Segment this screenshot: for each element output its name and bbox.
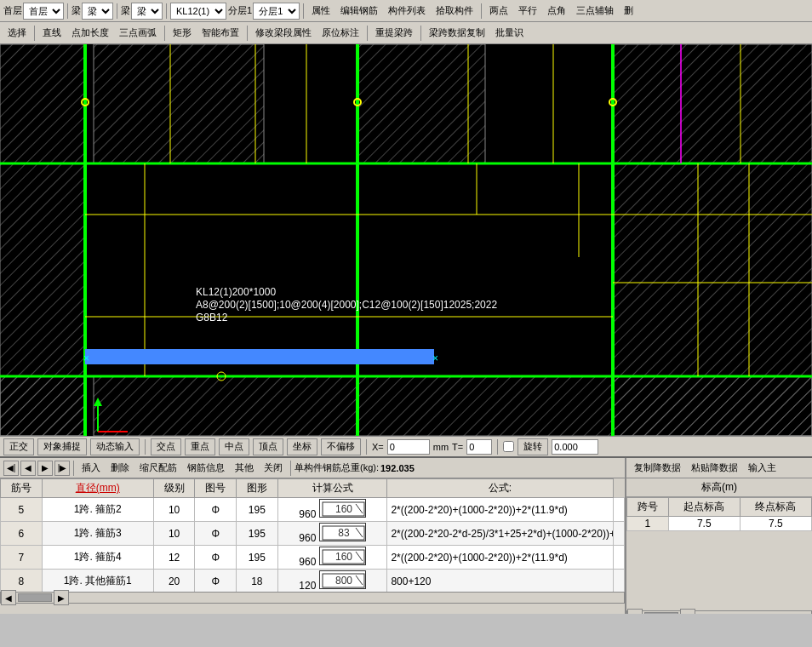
span-scrollbar-thumb[interactable]: [644, 612, 678, 614]
table-row[interactable]: 6 1跨. 箍筋3 10 Φ 195 960 83 2*((200-2*20-2…: [1, 522, 625, 546]
table-row[interactable]: 1 7.5 7.5: [627, 517, 812, 531]
line-button[interactable]: 直线: [38, 25, 66, 42]
svg-rect-3: [94, 44, 264, 163]
col-header-diameter: 直径(mm): [42, 479, 153, 498]
component-label: 梁: [71, 4, 81, 17]
re-carry-button[interactable]: 重提梁跨: [371, 25, 417, 42]
sep1: [67, 3, 68, 19]
unit-label: mm: [433, 442, 449, 452]
type-select[interactable]: 梁: [131, 3, 163, 20]
component-list-button[interactable]: 构件列表: [384, 3, 430, 20]
midpoint-marker-button[interactable]: 重点: [185, 438, 215, 455]
insert-button[interactable]: 插入: [77, 460, 105, 477]
span-table-container[interactable]: 跨号 起点标高 终点标高 1 7.5 7.5: [626, 497, 812, 610]
cell-grade: Φ: [195, 522, 237, 546]
three-point-axis-button[interactable]: 三点辅轴: [572, 3, 618, 20]
rotate-checkbox[interactable]: [503, 441, 514, 452]
layer-dropdown-group: 首层 首层: [3, 3, 64, 20]
span-scroll-left[interactable]: ◀: [627, 609, 643, 614]
scrollbar-thumb[interactable]: [18, 593, 52, 602]
svg-line-50: [356, 504, 363, 513]
parallel-button[interactable]: 平行: [514, 3, 541, 20]
cell-quantity-shape: 960 160: [277, 546, 387, 570]
component-select[interactable]: 梁: [82, 3, 113, 20]
rebar-scrollbar-h[interactable]: ◀ ▶: [0, 592, 625, 604]
point-add-length-button[interactable]: 点加长度: [67, 25, 113, 42]
select-button[interactable]: 选择: [3, 25, 31, 42]
sep4: [303, 3, 304, 19]
span-label: 分层1: [228, 4, 252, 17]
cell-grade: Φ: [195, 498, 237, 522]
smart-layout-button[interactable]: 智能布置: [197, 25, 243, 42]
span-data-copy-button[interactable]: 梁跨数据复制: [425, 25, 489, 42]
svg-rect-4: [357, 44, 485, 163]
main-canvas[interactable]: × × KL12(1)200*1000 A8@200(2)[1500];10@2…: [0, 44, 812, 436]
object-snap-button[interactable]: 对象捕捉: [37, 438, 87, 455]
modify-span-button[interactable]: 修改梁段属性: [251, 25, 316, 42]
next-button[interactable]: ▶: [37, 461, 53, 476]
weight-value: 192.035: [380, 463, 415, 473]
input-main-button[interactable]: 输入主: [744, 460, 781, 477]
original-mark-button[interactable]: 原位标注: [317, 25, 363, 42]
pick-component-button[interactable]: 拾取构件: [432, 3, 477, 20]
two-point-button[interactable]: 两点: [485, 3, 512, 20]
scale-rebar-button[interactable]: 缩尺配筋: [135, 460, 181, 477]
batch-id-button[interactable]: 批量识: [491, 25, 528, 42]
no-move-button[interactable]: 不偏移: [321, 438, 361, 455]
sep9: [367, 26, 368, 41]
rebar-table-container[interactable]: 筋号 直径(mm) 级别 图号 图形 计算公式 公式: 5 1跨. 箍筋2 10…: [0, 478, 625, 592]
rebar-info-button[interactable]: 钢筋信息: [183, 460, 229, 477]
beam-id-group: KL12(1): [170, 3, 226, 20]
dynamic-input-button[interactable]: 动态输入: [90, 438, 140, 455]
prev-button[interactable]: ◀: [20, 461, 36, 476]
rectangle-button[interactable]: 矩形: [169, 25, 196, 42]
delete-button[interactable]: 删: [620, 3, 638, 20]
sep-s2: [366, 439, 367, 455]
cell-diameter: 20: [153, 570, 195, 593]
table-row[interactable]: 7 1跨. 箍筋4 12 Φ 195 960 160 2*((200-2*20)…: [1, 546, 625, 570]
table-row[interactable]: 5 1跨. 箍筋2 10 Φ 195 960 160 2*((200-2*20)…: [1, 498, 625, 522]
span-scrollbar-h[interactable]: ◀ ▶: [626, 610, 812, 614]
scroll-left[interactable]: ◀: [1, 590, 16, 605]
delete-rebar-button[interactable]: 删除: [106, 460, 134, 477]
svg-rect-5: [613, 44, 812, 163]
rotate-button[interactable]: 旋转: [518, 438, 548, 455]
t-input[interactable]: [466, 439, 492, 455]
properties-button[interactable]: 属性: [307, 3, 335, 20]
first-button[interactable]: ◀|: [3, 461, 19, 476]
layer-select[interactable]: 首层: [23, 3, 64, 20]
weight-label: 单构件钢筋总重(kg):: [294, 461, 379, 474]
three-point-arc-button[interactable]: 三点画弧: [115, 25, 161, 42]
span-select[interactable]: 分层1: [253, 3, 300, 20]
vertex-button[interactable]: 顶点: [253, 438, 283, 455]
rotate-input[interactable]: [552, 439, 598, 455]
close-button[interactable]: 关闭: [260, 460, 287, 477]
cell-grade: Φ: [195, 546, 237, 570]
orthogonal-button[interactable]: 正交: [3, 438, 34, 455]
sep-s1: [145, 439, 146, 455]
cell-formula2: [613, 522, 624, 546]
sep10: [420, 26, 421, 41]
coordinate-button[interactable]: 坐标: [287, 438, 317, 455]
scroll-right[interactable]: ▶: [54, 590, 69, 605]
paste-span-button[interactable]: 粘贴降数据: [687, 460, 742, 477]
svg-text:160: 160: [335, 503, 352, 515]
last-button[interactable]: |▶: [54, 461, 70, 476]
sep8: [247, 26, 248, 41]
cell-shape-no: 195: [237, 546, 278, 570]
midpoint-button[interactable]: 中点: [219, 438, 249, 455]
sep-s3: [497, 439, 498, 455]
cell-formula: 2*((200-2*20)+(1000-2*20))+2*(11.9*d): [387, 546, 613, 570]
beam-id-select[interactable]: KL12(1): [170, 3, 226, 20]
other-button[interactable]: 其他: [231, 460, 258, 477]
span-cell-id: 1: [627, 517, 669, 531]
copy-span-button[interactable]: 复制降数据: [630, 460, 685, 477]
edit-rebar-button[interactable]: 编辑钢筋: [336, 3, 382, 20]
span-scroll-right[interactable]: ▶: [680, 609, 695, 614]
table-row[interactable]: 8 1跨. 其他箍筋1 20 Φ 18 120 800 800+120: [1, 570, 625, 593]
intersection-button[interactable]: 交点: [151, 438, 181, 455]
cell-id: 5: [1, 498, 43, 522]
svg-line-56: [356, 552, 363, 561]
x-input[interactable]: [387, 439, 430, 455]
point-angle-button[interactable]: 点角: [543, 3, 570, 20]
